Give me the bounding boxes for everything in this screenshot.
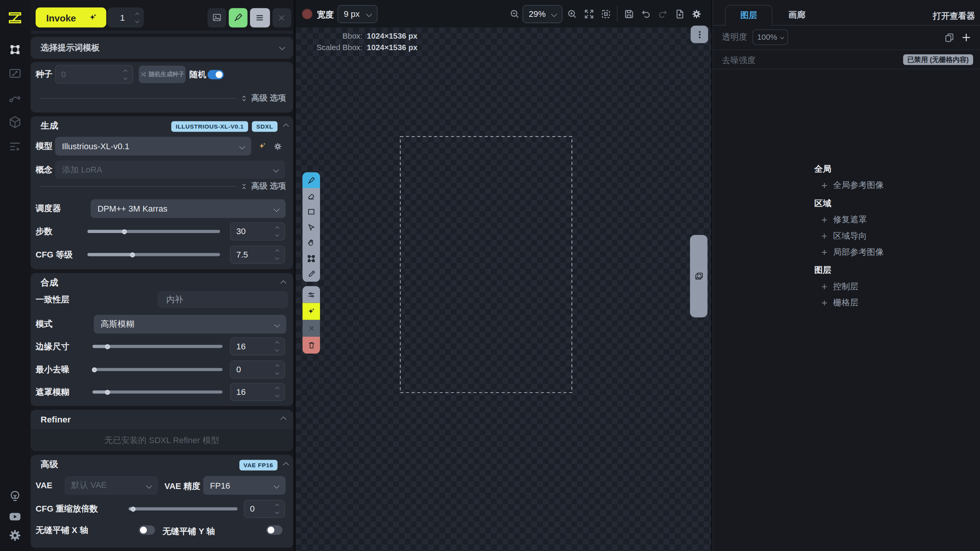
vae-precision-select[interactable]: FP16 [203,476,286,495]
model-settings-gear-icon[interactable] [273,142,282,151]
tool-settings-button[interactable] [302,286,320,303]
cancel-action-button[interactable] [302,320,320,337]
min-denoise-slider[interactable] [93,368,223,371]
collapse-chevron-icon[interactable] [280,416,286,422]
tool-move-button[interactable] [302,219,320,235]
tool-hand-button[interactable] [302,235,320,251]
plus-icon [821,249,828,256]
shuffle-seed-button[interactable]: 随机生成种子 [139,65,185,83]
generation-bbox[interactable] [296,0,711,551]
add-regional-ref-image[interactable]: 局部参考图像 [814,248,884,258]
prompt-template-label: 选择提示词模板 [41,42,100,54]
tips-bulb-icon[interactable] [8,490,21,503]
tool-brush-button[interactable] [302,173,320,188]
refiner-card: Refiner 无已安装的 SDXL Refiner 模型 [31,410,293,451]
open-viewer-button[interactable]: 打开查看器 [933,11,975,22]
add-regional-guidance[interactable]: 区域导向 [814,231,884,241]
chevron-down-icon [146,482,152,488]
seamless-x-toggle[interactable] [139,525,155,535]
scheduler-select[interactable]: DPM++ 3M Karras [91,199,286,218]
random-seed-toggle[interactable] [207,70,224,79]
seamless-y-toggle[interactable] [266,525,283,535]
tool-eraser-button[interactable] [302,188,320,204]
slider-knob[interactable] [131,506,136,511]
add-global-ref-image[interactable]: 全局参考图像 [814,181,884,191]
tool-rect-button[interactable] [302,204,320,219]
settings-gear-icon[interactable] [8,528,22,542]
sliders-icon [307,290,316,299]
lora-select[interactable]: 添加 LoRA [55,161,285,179]
collapse-chevron-icon[interactable] [280,280,286,286]
progress-bar [31,31,293,34]
tab-gallery-label: 画廊 [789,9,805,20]
edge-size-input[interactable]: 16 [230,337,285,355]
seed-advanced-expander[interactable]: 高级 选项 [241,94,286,103]
model-select[interactable]: Illustrious-XL-v0.1 [55,137,252,156]
prompt-template-card[interactable]: 选择提示词模板 [31,37,293,59]
denoise-disabled-badge: 已禁用 (无栅格内容) [903,54,973,65]
tab-models-icon[interactable] [8,115,22,129]
hand-icon [307,238,316,247]
image-icon [212,13,222,23]
steps-slider[interactable] [88,230,220,233]
chevron-down-icon [274,321,280,327]
cfg-slider[interactable] [88,253,220,256]
divider [39,98,237,99]
duplicate-layer-icon[interactable] [944,33,954,42]
collapse-chevron-icon[interactable] [283,123,289,129]
denoise-strength-label: 去噪强度 [722,55,756,66]
slider-knob[interactable] [105,390,110,395]
invoke-button[interactable]: Invoke [36,8,106,28]
mode-select[interactable]: 高斯模糊 [94,315,286,334]
seed-value: 0 [61,70,66,79]
delete-action-button[interactable] [302,337,320,354]
collapse-chevron-icon[interactable] [283,462,289,468]
staging-area-handle[interactable] [690,235,707,318]
invoke-logo [7,10,23,26]
advanced-options-label: 高级 选项 [251,181,286,192]
mode-label: 模式 [36,319,52,330]
opacity-select[interactable]: 100% [752,29,788,45]
tab-canvas-icon[interactable] [8,42,22,57]
canvas-mode-button[interactable] [229,8,247,27]
slider-knob[interactable] [105,344,110,349]
youtube-icon[interactable] [8,510,22,523]
cfg-rescale-slider[interactable] [129,507,237,510]
cancel-button[interactable] [272,8,291,27]
queue-count-input[interactable]: 1 [108,8,144,28]
viewer-mode-button[interactable] [207,8,226,27]
cfg-input[interactable]: 7.5 [230,246,285,264]
add-control-layer[interactable]: 控制层 [814,282,884,292]
mask-blur-input[interactable]: 16 [230,383,285,401]
slider-knob[interactable] [92,367,97,372]
slider-knob[interactable] [130,252,135,257]
inpaint-tab[interactable]: 内补 [157,291,288,308]
tab-layers[interactable]: 图层 [725,5,773,26]
cfg-value: 7.5 [236,250,248,259]
opacity-label: 透明度 [722,31,747,42]
invoke-action-button[interactable] [302,303,320,320]
seed-input[interactable]: 0 [55,65,133,84]
tab-queue-icon[interactable] [8,139,22,153]
tab-upscaling-icon[interactable] [8,66,22,81]
edge-size-slider[interactable] [93,345,223,348]
generation-advanced-expander[interactable]: 高级 选项 [241,182,286,191]
cfg-rescale-input[interactable]: 0 [244,500,285,518]
slider-knob[interactable] [122,229,127,234]
tab-workflows-icon[interactable] [8,91,22,105]
queue-count-stepper[interactable] [136,13,139,22]
vae-select[interactable]: 默认 VAE [64,476,158,495]
tool-eyedropper-button[interactable] [302,266,320,282]
menu-button[interactable] [250,8,270,27]
min-denoise-input[interactable]: 0 [230,360,285,378]
mask-blur-slider[interactable] [93,390,223,393]
add-raster-layer[interactable]: 栅格层 [814,298,884,308]
add-layer-icon[interactable] [960,32,972,43]
steps-input[interactable]: 30 [230,222,285,240]
coherence-label: 一致性层 [36,294,69,305]
tab-gallery[interactable]: 画廊 [777,5,816,25]
tool-bbox-button[interactable] [302,251,320,266]
min-denoise-label: 最小去噪 [36,364,69,375]
add-inpaint-mask[interactable]: 修复遮罩 [814,215,884,225]
default-settings-sparkle-icon[interactable] [258,142,267,151]
